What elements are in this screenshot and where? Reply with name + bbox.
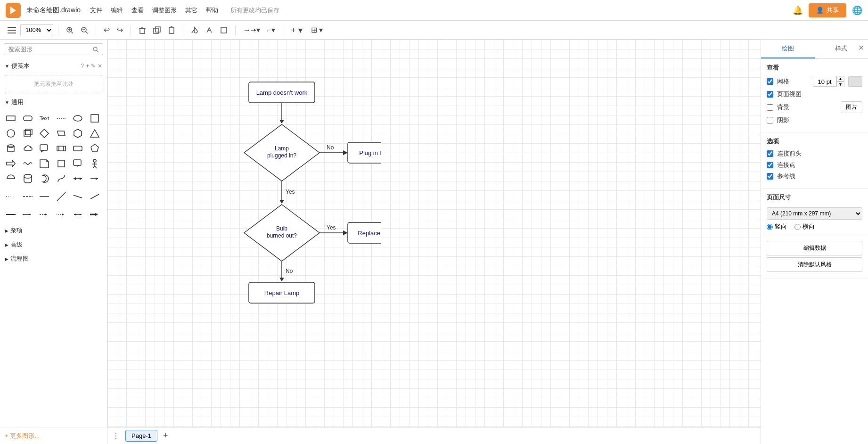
shape-line[interactable] [37,189,51,204]
shape-rect3d[interactable] [21,126,35,140]
shape-double-arrow-line[interactable] [71,207,85,222]
shape-dashed-arrow[interactable] [37,207,51,222]
favorites-section-header[interactable]: ▼ 便笺本 ? + ✎ ✕ [0,59,107,73]
favorites-add[interactable]: + [86,63,89,69]
shape-arrow2[interactable] [88,172,102,186]
search-input[interactable] [8,46,90,53]
page-menu-btn[interactable]: ⋮ [112,431,120,440]
favorites-help[interactable]: ? [81,63,84,69]
menu-extra[interactable]: 其它 [181,4,201,16]
connect-arrow-checkbox[interactable] [767,150,773,157]
shape-square2[interactable] [54,156,68,171]
shape-diag-line3[interactable] [88,189,102,204]
shape-note[interactable] [37,156,51,171]
favorites-edit[interactable]: ✎ [91,63,96,69]
shape-diamond[interactable] [37,126,51,140]
add-page-btn[interactable]: + [163,431,168,441]
clear-style-btn[interactable]: 清除默认风格 [767,257,862,272]
shape-pentagon[interactable] [88,141,102,156]
share-button[interactable]: 👤 共享 [809,3,846,17]
shape-rect[interactable] [4,111,18,125]
shape-circle[interactable] [4,126,18,140]
shape-text[interactable]: Text [37,111,51,125]
more-shapes-btn[interactable]: + 更多图形... [0,428,107,444]
shape-dotted-line[interactable] [54,111,68,125]
shape-diag-line[interactable] [54,189,68,204]
shape-dotted-arrow[interactable] [54,207,68,222]
shape-dashed[interactable] [21,189,35,204]
shape-cloud[interactable] [21,141,35,156]
menu-format[interactable]: 调整图形 [148,4,180,16]
menu-help[interactable]: 帮助 [202,4,222,16]
portrait-radio[interactable] [767,224,773,230]
waypoint-btn[interactable]: ⌐▾ [264,24,278,36]
shape-solid-line[interactable] [4,207,18,222]
zoom-out-btn[interactable] [78,25,91,36]
shape-crescent[interactable] [37,172,51,186]
shape-diag-line2[interactable] [71,189,85,204]
shape-dotted[interactable] [4,189,18,204]
shape-parallelogram[interactable] [54,126,68,140]
landscape-radio[interactable] [794,224,801,230]
shape-arrow[interactable] [4,156,18,171]
shape-arrow-line[interactable] [21,207,35,222]
advanced-section-header[interactable]: ▶ 高级 [0,238,107,252]
shadow-checkbox[interactable] [767,117,773,123]
shape-half-circle[interactable] [4,172,18,186]
undo-btn[interactable]: ↩ [101,24,113,36]
right-sidebar-close[interactable]: ✕ [858,43,864,52]
canvas-area[interactable]: Lamp doesn't work Lamp plugged in? No Pl… [107,40,761,444]
grid-checkbox[interactable] [767,78,773,85]
shape-process[interactable] [54,141,68,156]
paste-style-btn[interactable] [165,25,178,36]
globe-icon[interactable]: 🌐 [852,5,862,16]
shape-square[interactable] [88,111,102,125]
shape-triangle[interactable] [88,126,102,140]
general-section-header[interactable]: ▼ 通用 [0,95,107,109]
menu-edit[interactable]: 编辑 [107,4,127,16]
favorites-close[interactable]: ✕ [98,63,102,69]
shape-s-curve[interactable] [54,172,68,186]
grid-step-down[interactable]: ▼ [836,82,844,87]
shape-cylinder[interactable] [4,141,18,156]
grid-step-up[interactable]: ▲ [836,76,844,82]
grid-color-picker[interactable] [848,76,862,87]
grid-value-input[interactable] [813,77,836,87]
shape-hexagon[interactable] [71,126,85,140]
landscape-option[interactable]: 横向 [794,222,815,231]
add-btn[interactable]: + ▾ [288,23,305,37]
page-size-select[interactable]: A4 (210 mm x 297 mm) A3 Letter Custom [767,207,862,220]
edit-data-btn[interactable]: 编辑数据 [767,241,862,255]
background-image-btn[interactable]: 图片 [841,101,862,113]
shape-rect-small[interactable] [71,141,85,156]
zoom-in-btn[interactable] [63,25,76,36]
shape-rect-rounded[interactable] [21,111,35,125]
shape-ellipse[interactable] [71,111,85,125]
copy-style-btn[interactable] [150,25,164,36]
guideline-checkbox[interactable] [767,173,773,180]
fill-color-btn[interactable] [188,25,201,36]
menu-file[interactable]: 文件 [86,4,106,16]
flowchart-diagram[interactable]: Lamp doesn't work Lamp plugged in? No Pl… [183,77,381,322]
bell-icon[interactable]: 🔔 [793,5,803,16]
shape-bold-arrow[interactable] [88,207,102,222]
shape-two-arrow[interactable] [71,172,85,186]
shape-callout[interactable] [37,141,51,156]
shape-person[interactable] [88,156,102,171]
flowchart-section-header[interactable]: ▶ 流程图 [0,252,107,266]
connect-point-checkbox[interactable] [767,162,773,168]
line-color-btn[interactable] [203,25,216,36]
table-btn[interactable]: ⊞ ▾ [308,24,326,36]
zoom-select[interactable]: 100%75%50%150% [20,24,53,36]
background-checkbox[interactable] [767,104,773,111]
delete-btn[interactable] [136,25,149,36]
shape-drum[interactable] [21,172,35,186]
shape-style-btn[interactable] [217,25,230,36]
menu-view[interactable]: 查看 [128,4,147,16]
misc-section-header[interactable]: ▶ 杂项 [0,223,107,238]
sidebar-toggle-btn[interactable] [5,25,19,35]
tab-draw[interactable]: 绘图 [761,40,815,58]
shape-callout2[interactable] [71,156,85,171]
redo-btn[interactable]: ↪ [114,24,126,36]
page-view-checkbox[interactable] [767,91,773,98]
